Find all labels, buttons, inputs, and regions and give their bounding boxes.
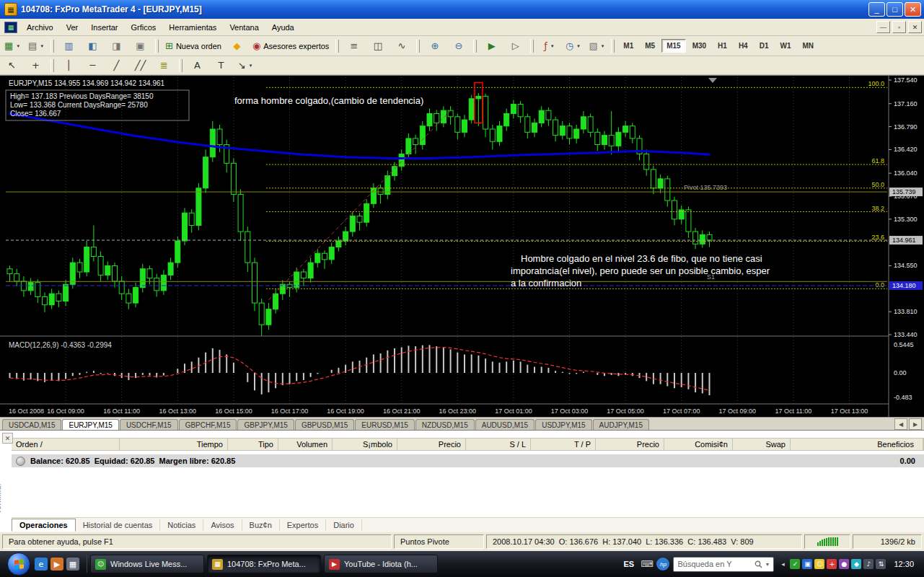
timeframe-d1-button[interactable]: D1 (754, 39, 774, 53)
crosshair-tool-icon-button[interactable]: + (25, 57, 47, 74)
terminal-tab-noticias[interactable]: Noticias (160, 519, 203, 531)
cursor-tool-icon-button[interactable]: ↖ (1, 57, 23, 74)
trendline-tool-icon-button[interactable]: ╱ (105, 57, 128, 74)
horizontal-line-tool-icon-button[interactable]: ─ (82, 57, 104, 74)
menu-item-ayuda[interactable]: Ayuda (265, 20, 301, 35)
profiles-icon-button[interactable]: ▤▾ (25, 38, 47, 55)
menu-item-ventana[interactable]: Ventana (223, 20, 265, 35)
timeframe-m5-button[interactable]: M5 (640, 39, 660, 53)
tabs-scroll-left-button[interactable]: ◀ (894, 418, 907, 430)
symbol-tab-eurjpy[interactable]: EURJPY,M15 (62, 419, 118, 430)
tray-app-icon[interactable]: ● (839, 559, 849, 569)
yahoo-search-box[interactable]: Búsqueda en Y ▼ (673, 557, 774, 572)
language-indicator[interactable]: ES (620, 558, 637, 570)
task-youtube-button[interactable]: ▶YouTube - Idiota (h... (324, 555, 438, 573)
zoom-in-icon-button[interactable]: ⊕ (423, 38, 446, 55)
new-chart-icon-button[interactable]: ▦▾ (1, 38, 23, 55)
tray-sync-icon[interactable]: ◆ (851, 559, 861, 569)
terminal-tab-diario[interactable]: Diario (326, 519, 362, 531)
fibonacci-tool-icon-button[interactable]: ≣ (153, 57, 175, 74)
column-header-t-p[interactable]: T / P (531, 439, 596, 450)
text-tool-icon-button[interactable]: A (186, 57, 208, 74)
column-header-volumen[interactable]: Volumen (278, 439, 333, 450)
child-restore-button[interactable]: ▫ (892, 21, 906, 33)
timeframe-m1-button[interactable]: M1 (618, 39, 638, 53)
column-header-orden-[interactable]: Orden / (12, 439, 120, 450)
alert-icon-button[interactable]: ◆ (226, 38, 248, 55)
navigator-icon-button[interactable]: ◨ (105, 38, 128, 55)
timeframe-m30-button[interactable]: M30 (687, 39, 711, 53)
minimize-button[interactable]: _ (868, 2, 885, 17)
chart-area[interactable]: Pivot 135.7393S10.023.638.250.061.8100.0… (0, 75, 924, 417)
terminal-tab-avisos[interactable]: Avisos (203, 519, 242, 531)
restore-button[interactable]: □ (886, 2, 903, 17)
chart-bars-icon-button[interactable]: ≡ (343, 38, 365, 55)
time-axis[interactable]: 16 Oct 200816 Oct 09:0016 Oct 11:0016 Oc… (9, 408, 868, 415)
menu-item-ver[interactable]: Ver (60, 20, 85, 35)
tray-messenger-icon[interactable]: ☺ (814, 559, 824, 569)
symbol-tab-nzdusd[interactable]: NZDUSD,M15 (415, 419, 475, 430)
tabs-scroll-right-button[interactable]: ▶ (909, 418, 922, 430)
symbol-tab-gbpchf[interactable]: GBPCHF,M15 (179, 419, 237, 430)
search-input[interactable]: Búsqueda en Y (677, 560, 751, 568)
quicklaunch-show-desktop[interactable]: ▦ (66, 558, 79, 571)
terminal-tab-expertos[interactable]: Expertos (280, 519, 326, 531)
tray-antivirus-icon[interactable]: ✓ (790, 559, 800, 569)
channel-tool-icon-button[interactable]: ╱╱ (129, 57, 151, 74)
close-button[interactable]: ✕ (905, 2, 921, 17)
keyboard-icon[interactable]: ⌨ (641, 559, 653, 569)
timeframe-mn-button[interactable]: MN (797, 39, 819, 53)
vertical-line-tool-icon-button[interactable]: │ (58, 57, 80, 74)
templates-icon-button[interactable]: ▧▾ (585, 38, 607, 55)
column-header-comisi-n[interactable]: Comisi¢n (664, 439, 733, 450)
column-header-s-l[interactable]: S / L (466, 439, 531, 450)
child-minimize-button[interactable]: — (876, 21, 890, 33)
timeframe-h1-button[interactable]: H1 (713, 39, 732, 53)
column-header-swap[interactable]: Swap (733, 439, 791, 450)
timeframe-h4-button[interactable]: H4 (734, 39, 753, 53)
market-watch-icon-button[interactable]: ▥ (58, 38, 80, 55)
column-header-precio[interactable]: Precio (596, 439, 664, 450)
menu-item-archivo[interactable]: Archivo (20, 20, 60, 35)
zoom-out-icon-button[interactable]: ⊖ (447, 38, 470, 55)
symbol-tab-audusd[interactable]: AUDUSD,M15 (475, 419, 534, 430)
symbol-tab-eurusd[interactable]: EURUSD,M15 (355, 419, 414, 430)
tray-network-icon[interactable]: ⇅ (876, 559, 886, 569)
price-chart[interactable]: Pivot 135.7393S10.023.638.250.061.8100.0… (0, 76, 924, 417)
symbol-tab-usdchf[interactable]: USDCHF,M15 (120, 419, 178, 430)
column-header-s-mbolo[interactable]: S¡mbolo (333, 439, 397, 450)
quicklaunch-ie[interactable]: e (35, 558, 48, 571)
menu-item-insertar[interactable]: Insertar (84, 20, 124, 35)
column-header-beneficios[interactable]: Beneficios (791, 439, 923, 450)
chart-candles-icon-button[interactable]: ◫ (366, 38, 389, 55)
price-axis[interactable]: 137.540137.160136.790136.420136.040135.6… (889, 76, 924, 417)
taskbar-clock[interactable]: 12:30 (889, 560, 921, 568)
child-close-button[interactable]: ✕ (908, 21, 922, 33)
menu-item-herramientas[interactable]: Herramientas (162, 20, 223, 35)
symbol-tab-usdcad[interactable]: USDCAD,M15 (2, 419, 61, 430)
terminal-close-button[interactable]: ✕ (2, 433, 13, 444)
tray-display-icon[interactable]: ▣ (802, 559, 812, 569)
asesores-expertos-button[interactable]: ◉Asesores expertos (250, 38, 332, 55)
timeframe-m15-button[interactable]: M15 (661, 39, 685, 53)
hp-icon[interactable]: hp (656, 558, 669, 571)
tray-volume-icon[interactable]: ♪ (863, 559, 874, 569)
quicklaunch-media-player[interactable]: ▶ (50, 558, 63, 571)
tray-update-icon[interactable]: + (827, 559, 837, 569)
column-header-precio[interactable]: Precio (397, 439, 466, 450)
timeframe-w1-button[interactable]: W1 (775, 39, 796, 53)
terminal-tab-buz-n[interactable]: Buz¢n (242, 519, 280, 531)
arrows-tool-icon-button[interactable]: ↘▾ (234, 57, 256, 74)
search-dropdown-icon[interactable]: ▼ (765, 562, 770, 567)
terminal-tab-operaciones[interactable]: Operaciones (12, 519, 76, 532)
symbol-tab-gbpusd[interactable]: GBPUSD,M15 (295, 419, 354, 430)
column-header-tipo[interactable]: Tipo (228, 439, 278, 450)
auto-scroll-icon-button[interactable]: ▶ (480, 38, 503, 55)
chart-line-icon-button[interactable]: ∿ (390, 38, 413, 55)
indicators-icon-button[interactable]: ƒ▾ (537, 38, 560, 55)
symbol-tab-audjpy[interactable]: AUDJPY,M15 (593, 419, 649, 430)
start-button[interactable] (7, 552, 30, 576)
label-tool-icon-button[interactable]: T (210, 57, 232, 74)
menu-item-grficos[interactable]: Grficos (125, 20, 163, 35)
symbol-tab-usdjpy[interactable]: USDJPY,M15 (535, 419, 591, 430)
